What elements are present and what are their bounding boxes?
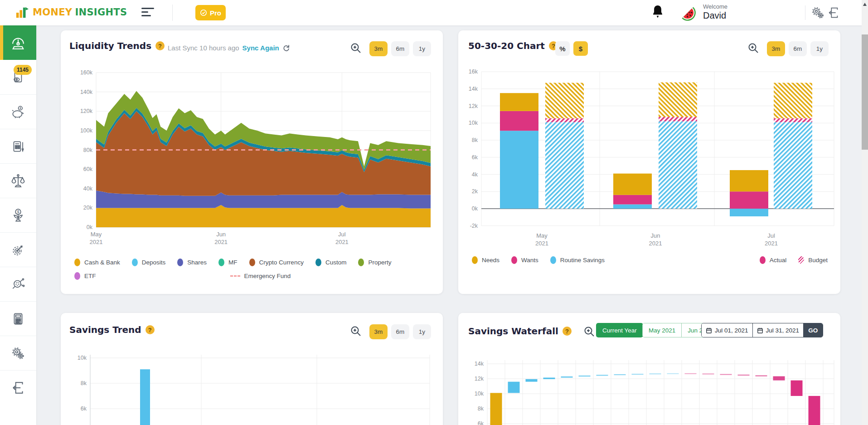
- actual-needs-bar[interactable]: [730, 170, 768, 191]
- actual-wants-bar[interactable]: [730, 191, 768, 209]
- zoom-in-icon[interactable]: [350, 325, 362, 339]
- zoom-in-icon[interactable]: [350, 42, 362, 56]
- scrollbar-thumb[interactable]: [862, 34, 868, 150]
- actual-wants-bar[interactable]: [613, 195, 652, 205]
- budget-needs-bar[interactable]: [659, 83, 697, 117]
- legend-item[interactable]: Cash & Bank: [74, 259, 120, 266]
- waterfall-bar[interactable]: [703, 373, 714, 374]
- logout-icon[interactable]: [827, 6, 840, 21]
- range-6m-button[interactable]: 6m: [391, 324, 409, 339]
- waterfall-bar[interactable]: [650, 373, 661, 374]
- sidebar-item-investments[interactable]: $: [0, 198, 36, 232]
- sidebar-item-analysis[interactable]: [0, 267, 36, 301]
- legend-item[interactable]: Wants: [511, 256, 538, 264]
- budget-wants-bar[interactable]: [659, 117, 697, 121]
- sidebar-item-calculators[interactable]: [0, 301, 36, 336]
- legend-item[interactable]: Crypto Currency: [249, 259, 304, 266]
- savings-bar[interactable]: [140, 369, 150, 425]
- range-6m-button[interactable]: 6m: [789, 41, 807, 56]
- legend-item[interactable]: MF: [218, 259, 238, 266]
- pro-button[interactable]: Pro: [195, 5, 226, 20]
- legend-item[interactable]: Property: [358, 259, 391, 266]
- sidebar-item-dashboard[interactable]: [0, 25, 36, 60]
- waterfall-bar[interactable]: [791, 381, 803, 396]
- help-icon[interactable]: ?: [563, 327, 572, 336]
- area-layer[interactable]: [96, 205, 431, 227]
- range-1y-button[interactable]: 1y: [413, 324, 431, 339]
- waterfall-bar[interactable]: [809, 396, 820, 425]
- waterfall-bar[interactable]: [579, 376, 591, 376]
- waterfall-bar[interactable]: [720, 374, 732, 375]
- budget-routine-savings-bar[interactable]: [545, 122, 584, 209]
- legend-item[interactable]: ETF: [74, 272, 96, 280]
- dollar-toggle-button[interactable]: $: [573, 41, 588, 56]
- waterfall-bar[interactable]: [543, 378, 555, 379]
- notifications-bell-icon[interactable]: [651, 4, 664, 21]
- legend-item[interactable]: Needs: [472, 256, 499, 264]
- waterfall-bar[interactable]: [685, 373, 697, 374]
- percent-toggle-button[interactable]: %: [555, 41, 570, 56]
- menu-toggle-icon[interactable]: [141, 8, 155, 19]
- refresh-icon[interactable]: [282, 44, 290, 52]
- date-from-field[interactable]: Jul 01, 2021: [702, 323, 752, 337]
- waterfall-bar[interactable]: [526, 379, 538, 382]
- budget-routine-savings-bar[interactable]: [659, 121, 697, 209]
- waterfall-bar[interactable]: [614, 374, 626, 375]
- help-icon[interactable]: ?: [155, 41, 165, 50]
- scrollbar-up-arrow[interactable]: [863, 3, 867, 6]
- app-logo[interactable]: MONEYINSIGHTS: [15, 5, 127, 19]
- legend-item[interactable]: Actual: [760, 256, 787, 264]
- budget-needs-bar[interactable]: [774, 83, 812, 118]
- legend-item[interactable]: Emergency Fund: [230, 273, 291, 279]
- page-scrollbar[interactable]: [862, 0, 868, 425]
- avatar-watermelon[interactable]: [678, 3, 697, 22]
- waterfall-bar[interactable]: [596, 375, 608, 376]
- range-3m-button[interactable]: 3m: [767, 41, 785, 56]
- actual-needs-bar[interactable]: [500, 93, 538, 111]
- help-icon[interactable]: ?: [145, 325, 155, 334]
- legend-item[interactable]: Shares: [177, 259, 207, 266]
- budget-needs-bar[interactable]: [545, 83, 584, 118]
- waterfall-bar[interactable]: [667, 373, 679, 374]
- date-to-field[interactable]: Jul 31, 2021: [752, 323, 804, 337]
- sidebar-item-reports[interactable]: 1145: [0, 60, 36, 94]
- actual-wants-bar[interactable]: [500, 111, 538, 131]
- range-3m-button[interactable]: 3m: [369, 324, 388, 339]
- may-2021-button[interactable]: May 2021: [643, 323, 681, 337]
- sidebar-item-settings[interactable]: [0, 336, 36, 370]
- waterfall-bar[interactable]: [508, 382, 520, 393]
- actual-routine-savings-bar[interactable]: [613, 205, 652, 209]
- current-year-button[interactable]: Current Year: [596, 323, 643, 337]
- actual-needs-bar[interactable]: [613, 174, 652, 195]
- sidebar-item-networth[interactable]: [0, 163, 36, 198]
- sidebar-item-budget[interactable]: [0, 129, 36, 163]
- waterfall-bar[interactable]: [738, 375, 750, 376]
- waterfall-bar[interactable]: [756, 376, 767, 376]
- budget-routine-savings-bar[interactable]: [774, 122, 812, 209]
- waterfall-bar[interactable]: [490, 393, 502, 425]
- zoom-in-icon[interactable]: [583, 326, 595, 339]
- waterfall-bar[interactable]: [773, 376, 785, 381]
- range-1y-button[interactable]: 1y: [413, 41, 431, 56]
- legend-item[interactable]: Deposits: [132, 259, 166, 266]
- range-3m-button[interactable]: 3m: [369, 41, 388, 56]
- budget-wants-bar[interactable]: [545, 118, 584, 122]
- sidebar-item-savings[interactable]: [0, 94, 36, 129]
- legend-item[interactable]: Budget: [798, 256, 828, 264]
- waterfall-bar[interactable]: [632, 374, 644, 375]
- range-6m-button[interactable]: 6m: [391, 41, 409, 56]
- legend-item[interactable]: Routine Savings: [550, 256, 605, 264]
- budget-wants-bar[interactable]: [774, 118, 812, 122]
- settings-gear-icon[interactable]: [810, 6, 825, 21]
- sync-again-link[interactable]: Sync Again: [242, 44, 279, 52]
- zoom-in-icon[interactable]: [747, 42, 759, 56]
- go-button[interactable]: GO: [803, 323, 823, 337]
- waterfall-bar[interactable]: [561, 376, 573, 377]
- legend-item[interactable]: Custom: [315, 259, 347, 266]
- svg-text:2k: 2k: [472, 188, 478, 195]
- sidebar-item-logout[interactable]: [0, 370, 36, 405]
- range-1y-button[interactable]: 1y: [810, 41, 829, 56]
- actual-routine-savings-bar[interactable]: [500, 131, 538, 209]
- sidebar-item-goals[interactable]: [0, 232, 36, 267]
- actual-routine-savings-bar[interactable]: [730, 209, 768, 216]
